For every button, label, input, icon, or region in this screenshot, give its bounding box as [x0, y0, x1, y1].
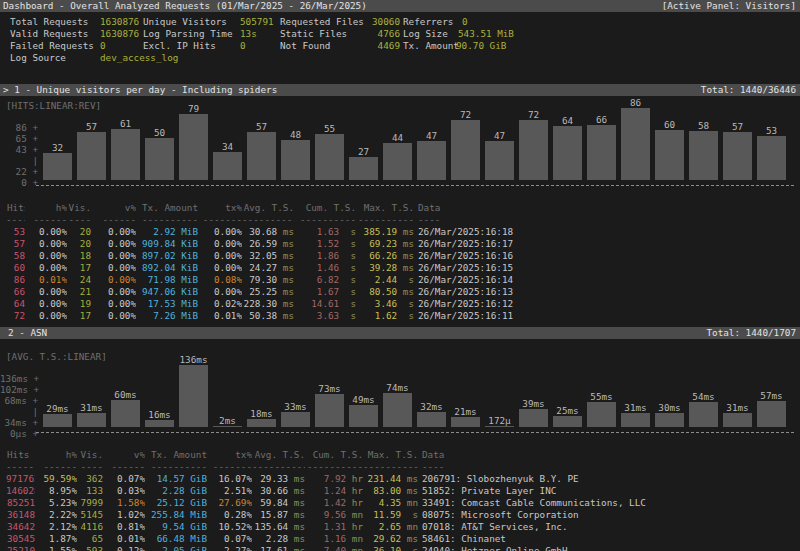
bar-value-label: 79 — [175, 103, 212, 114]
chart-2-scale-label: [AVG. T.S.:LINEAR] — [6, 351, 107, 363]
table-row[interactable]: 640.00%190.00%17.53 MiB0.02%228.30 ms14.… — [6, 298, 800, 310]
chart-bar — [519, 120, 548, 180]
chart-bar — [655, 130, 684, 180]
cell: 593 — [77, 545, 103, 551]
cell: v% — [91, 202, 136, 214]
table-row[interactable]: 720.00%170.00%7.26 MiB0.01%50.38 ms3.63 … — [6, 310, 800, 322]
chart-bar — [111, 400, 140, 427]
bar-value-label: 50 — [141, 127, 178, 138]
panel-1-total: Total: 1440/36446 — [701, 84, 796, 96]
panel-2-header[interactable]: 2 - ASN Total: 1440/1707 — [0, 327, 800, 339]
cell: 897.02 KiB — [136, 250, 198, 262]
cell: 206791: Slobozhenyuk B.Y. PE — [418, 473, 800, 485]
chart-bar — [655, 413, 684, 427]
chart-bar — [383, 143, 412, 180]
cell: 1.52 s — [294, 238, 356, 250]
table-row[interactable]: 346422.12%41160.81%9.54 GiB10.52%135.64 … — [6, 521, 800, 533]
chart-bar — [179, 365, 208, 427]
chart-bar — [281, 412, 310, 427]
bar-value-label: 57 — [73, 121, 110, 132]
cell: 26.59 ms — [242, 238, 294, 250]
cell: 0.00% — [198, 226, 242, 238]
failed-requests-label: Failed Requests — [10, 40, 94, 52]
cell: 228.30 ms — [242, 298, 294, 310]
cell: ---------- — [356, 214, 414, 226]
table-row[interactable]: 852515.23%79991.58%25.12 GiB27.69%59.84 … — [6, 497, 800, 509]
cell: Cum. T.S. — [294, 202, 356, 214]
cell: 947.06 KiB — [136, 286, 198, 298]
cell: ---- — [414, 214, 800, 226]
cell: 58 — [6, 250, 25, 262]
cell: 32.05 ms — [242, 250, 294, 262]
cell: 11.59 s — [363, 509, 418, 521]
table-row[interactable]: 361482.22%51451.02%255.84 MiB0.28%15.87 … — [6, 509, 800, 521]
cell: 0.00% — [198, 250, 242, 262]
table-row[interactable]: 660.00%210.00%947.06 KiB0.00%25.25 ms1.6… — [6, 286, 800, 298]
cell: ---------- — [242, 214, 294, 226]
bar-value-label: 57 — [243, 121, 280, 132]
bar-value-label: 32ms — [413, 401, 450, 412]
cell: 0.03% — [103, 485, 145, 497]
bar-value-label: 47 — [413, 130, 450, 141]
bar-value-label: 136ms — [175, 354, 212, 365]
cell: 5.23% — [35, 497, 77, 509]
table-row[interactable]: 860.01%240.00%71.98 MiB0.08%79.30 ms6.82… — [6, 274, 800, 286]
chart-bar — [587, 125, 616, 180]
table-row[interactable]: 580.00%180.00%897.02 KiB0.00%32.05 ms1.8… — [6, 250, 800, 262]
cell: 8.95% — [35, 485, 77, 497]
cell: 0.00% — [91, 298, 136, 310]
total-requests-value: 1630876 — [100, 16, 139, 28]
cell: Vis. — [67, 202, 91, 214]
cell: 58461: Chinanet — [418, 533, 800, 545]
cell: 51852: Private Layer INC — [418, 485, 800, 497]
cell: 2.22% — [35, 509, 77, 521]
bar-value-label: 31ms — [617, 402, 654, 413]
chart-bar — [281, 140, 310, 180]
valid-requests-label: Valid Requests — [10, 28, 88, 40]
cell: 9.56 mn — [305, 509, 363, 521]
table-row[interactable]: 97176259.59%3620.07%14.57 GiB16.07%29.33… — [6, 473, 800, 485]
chart-bar — [349, 157, 378, 180]
bar-value-label: 31ms — [719, 402, 756, 413]
visitors-table: Hitsh%Vis.v%Tx. Amounttx%Avg. T.S.Cum. T… — [6, 202, 800, 322]
cell: Tx. Amount — [145, 449, 207, 461]
bar-value-label: 21ms — [447, 406, 484, 417]
table-row[interactable]: 305451.87%650.01%66.48 MiB0.07%2.28 ms1.… — [6, 533, 800, 545]
bar-value-label: 39ms — [515, 398, 552, 409]
bar-value-label: 58 — [685, 120, 722, 131]
chart-bar — [349, 405, 378, 427]
cell: 0.00% — [91, 226, 136, 238]
bar-value-label: 64 — [549, 115, 586, 126]
cell: 25210 — [6, 545, 35, 551]
cell: 7.92 hr — [305, 473, 363, 485]
cell: 57 — [6, 238, 25, 250]
cell: 146028 — [6, 485, 35, 497]
table-row[interactable]: 570.00%200.00%909.84 KiB0.00%26.59 ms1.5… — [6, 238, 800, 250]
cell: 0.08% — [198, 274, 242, 286]
cell: 25.12 GiB — [145, 497, 207, 509]
chart-bar — [689, 131, 718, 180]
panel-1-header[interactable]: > 1 - Unique visitors per day - Includin… — [0, 84, 800, 96]
bar-value-label: 34 — [209, 141, 246, 152]
cell: 0.00% — [25, 238, 67, 250]
cell: ---- — [418, 461, 800, 473]
table-row[interactable]: 600.00%170.00%892.04 KiB0.00%24.27 ms1.4… — [6, 262, 800, 274]
chart-bar — [621, 108, 650, 180]
cell: ---------- — [305, 461, 363, 473]
cell: 26/Mar/2025:16:13 — [414, 286, 800, 298]
cell: ---------- — [136, 214, 198, 226]
bar-value-label: 57ms — [753, 390, 790, 401]
cell: 0.07% — [207, 533, 252, 545]
excl-ip-hits-label: Excl. IP Hits — [143, 40, 216, 52]
chart-bar — [77, 413, 106, 427]
cell: 2.05 GiB — [145, 545, 207, 551]
cell: 0.00% — [25, 262, 67, 274]
table-row[interactable]: 1460288.95%1330.03%2.28 GiB2.51%30.66 ms… — [6, 485, 800, 497]
table-row[interactable]: 530.00%200.00%2.92 MiB0.00%30.68 ms1.63 … — [6, 226, 800, 238]
cell: 2.44 s — [356, 274, 414, 286]
cell: 6.82 s — [294, 274, 356, 286]
table-row[interactable]: 252101.55%5930.12%2.05 GiB2.27%17.61 ms7… — [6, 545, 800, 551]
bar-value-label: 60 — [651, 119, 688, 130]
panel-1-title: > 1 - Unique visitors per day - Includin… — [3, 84, 277, 96]
cell: 9.54 GiB — [145, 521, 207, 533]
